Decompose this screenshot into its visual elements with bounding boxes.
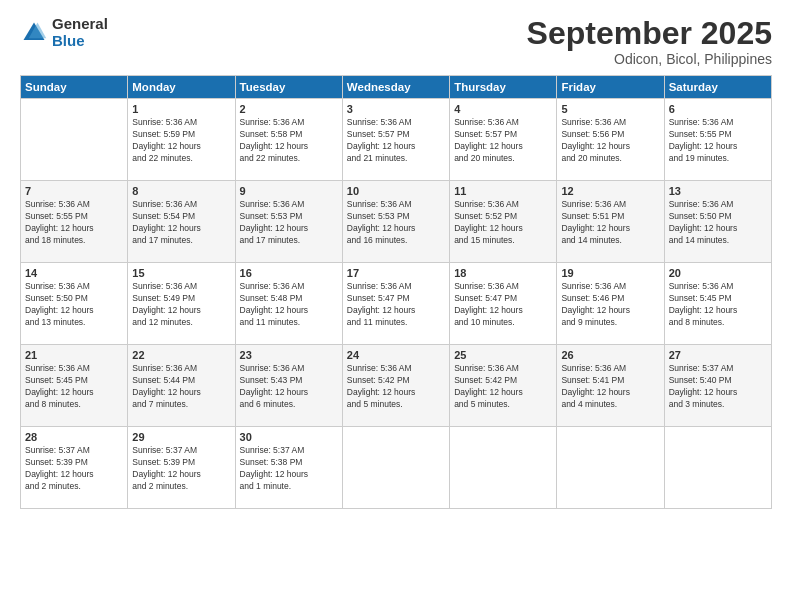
- calendar-cell: 7Sunrise: 5:36 AM Sunset: 5:55 PM Daylig…: [21, 181, 128, 263]
- day-number: 9: [240, 185, 338, 197]
- day-info: Sunrise: 5:37 AM Sunset: 5:38 PM Dayligh…: [240, 445, 338, 493]
- calendar-cell: 28Sunrise: 5:37 AM Sunset: 5:39 PM Dayli…: [21, 427, 128, 509]
- day-number: 6: [669, 103, 767, 115]
- calendar-cell: 22Sunrise: 5:36 AM Sunset: 5:44 PM Dayli…: [128, 345, 235, 427]
- col-friday: Friday: [557, 76, 664, 99]
- day-number: 20: [669, 267, 767, 279]
- day-info: Sunrise: 5:36 AM Sunset: 5:48 PM Dayligh…: [240, 281, 338, 329]
- day-info: Sunrise: 5:36 AM Sunset: 5:55 PM Dayligh…: [25, 199, 123, 247]
- calendar-cell: 27Sunrise: 5:37 AM Sunset: 5:40 PM Dayli…: [664, 345, 771, 427]
- location-subtitle: Odicon, Bicol, Philippines: [527, 51, 772, 67]
- calendar-cell: 24Sunrise: 5:36 AM Sunset: 5:42 PM Dayli…: [342, 345, 449, 427]
- calendar-cell: 20Sunrise: 5:36 AM Sunset: 5:45 PM Dayli…: [664, 263, 771, 345]
- day-number: 19: [561, 267, 659, 279]
- calendar-cell: [664, 427, 771, 509]
- calendar-cell: 9Sunrise: 5:36 AM Sunset: 5:53 PM Daylig…: [235, 181, 342, 263]
- day-info: Sunrise: 5:36 AM Sunset: 5:53 PM Dayligh…: [240, 199, 338, 247]
- calendar-cell: 3Sunrise: 5:36 AM Sunset: 5:57 PM Daylig…: [342, 99, 449, 181]
- col-sunday: Sunday: [21, 76, 128, 99]
- logo-icon: [20, 19, 48, 47]
- day-number: 26: [561, 349, 659, 361]
- calendar-cell: 11Sunrise: 5:36 AM Sunset: 5:52 PM Dayli…: [450, 181, 557, 263]
- calendar-cell: 17Sunrise: 5:36 AM Sunset: 5:47 PM Dayli…: [342, 263, 449, 345]
- day-info: Sunrise: 5:36 AM Sunset: 5:41 PM Dayligh…: [561, 363, 659, 411]
- day-info: Sunrise: 5:36 AM Sunset: 5:50 PM Dayligh…: [25, 281, 123, 329]
- day-number: 5: [561, 103, 659, 115]
- calendar-cell: 30Sunrise: 5:37 AM Sunset: 5:38 PM Dayli…: [235, 427, 342, 509]
- day-info: Sunrise: 5:36 AM Sunset: 5:57 PM Dayligh…: [347, 117, 445, 165]
- header: General Blue September 2025 Odicon, Bico…: [20, 16, 772, 67]
- calendar-week-2: 7Sunrise: 5:36 AM Sunset: 5:55 PM Daylig…: [21, 181, 772, 263]
- day-info: Sunrise: 5:36 AM Sunset: 5:44 PM Dayligh…: [132, 363, 230, 411]
- calendar-cell: 2Sunrise: 5:36 AM Sunset: 5:58 PM Daylig…: [235, 99, 342, 181]
- day-number: 12: [561, 185, 659, 197]
- day-number: 4: [454, 103, 552, 115]
- logo-blue-text: Blue: [52, 33, 108, 50]
- day-info: Sunrise: 5:37 AM Sunset: 5:40 PM Dayligh…: [669, 363, 767, 411]
- day-info: Sunrise: 5:36 AM Sunset: 5:47 PM Dayligh…: [454, 281, 552, 329]
- calendar-cell: 14Sunrise: 5:36 AM Sunset: 5:50 PM Dayli…: [21, 263, 128, 345]
- day-number: 2: [240, 103, 338, 115]
- col-monday: Monday: [128, 76, 235, 99]
- day-info: Sunrise: 5:36 AM Sunset: 5:45 PM Dayligh…: [25, 363, 123, 411]
- day-info: Sunrise: 5:36 AM Sunset: 5:43 PM Dayligh…: [240, 363, 338, 411]
- col-wednesday: Wednesday: [342, 76, 449, 99]
- day-number: 8: [132, 185, 230, 197]
- calendar-cell: 5Sunrise: 5:36 AM Sunset: 5:56 PM Daylig…: [557, 99, 664, 181]
- title-block: September 2025 Odicon, Bicol, Philippine…: [527, 16, 772, 67]
- day-number: 30: [240, 431, 338, 443]
- day-number: 17: [347, 267, 445, 279]
- calendar-cell: 25Sunrise: 5:36 AM Sunset: 5:42 PM Dayli…: [450, 345, 557, 427]
- day-info: Sunrise: 5:36 AM Sunset: 5:55 PM Dayligh…: [669, 117, 767, 165]
- calendar-cell: 12Sunrise: 5:36 AM Sunset: 5:51 PM Dayli…: [557, 181, 664, 263]
- calendar-cell: 19Sunrise: 5:36 AM Sunset: 5:46 PM Dayli…: [557, 263, 664, 345]
- logo-text: General Blue: [52, 16, 108, 49]
- calendar-cell: 21Sunrise: 5:36 AM Sunset: 5:45 PM Dayli…: [21, 345, 128, 427]
- day-info: Sunrise: 5:36 AM Sunset: 5:50 PM Dayligh…: [669, 199, 767, 247]
- day-info: Sunrise: 5:36 AM Sunset: 5:56 PM Dayligh…: [561, 117, 659, 165]
- calendar-cell: [450, 427, 557, 509]
- day-info: Sunrise: 5:36 AM Sunset: 5:51 PM Dayligh…: [561, 199, 659, 247]
- day-number: 7: [25, 185, 123, 197]
- day-number: 28: [25, 431, 123, 443]
- day-number: 1: [132, 103, 230, 115]
- calendar-cell: [342, 427, 449, 509]
- day-info: Sunrise: 5:36 AM Sunset: 5:53 PM Dayligh…: [347, 199, 445, 247]
- calendar-cell: 10Sunrise: 5:36 AM Sunset: 5:53 PM Dayli…: [342, 181, 449, 263]
- day-info: Sunrise: 5:36 AM Sunset: 5:42 PM Dayligh…: [454, 363, 552, 411]
- day-number: 24: [347, 349, 445, 361]
- calendar-cell: 29Sunrise: 5:37 AM Sunset: 5:39 PM Dayli…: [128, 427, 235, 509]
- calendar-week-3: 14Sunrise: 5:36 AM Sunset: 5:50 PM Dayli…: [21, 263, 772, 345]
- calendar-cell: 8Sunrise: 5:36 AM Sunset: 5:54 PM Daylig…: [128, 181, 235, 263]
- day-info: Sunrise: 5:36 AM Sunset: 5:54 PM Dayligh…: [132, 199, 230, 247]
- day-number: 22: [132, 349, 230, 361]
- day-info: Sunrise: 5:36 AM Sunset: 5:46 PM Dayligh…: [561, 281, 659, 329]
- calendar-cell: 15Sunrise: 5:36 AM Sunset: 5:49 PM Dayli…: [128, 263, 235, 345]
- page: General Blue September 2025 Odicon, Bico…: [0, 0, 792, 612]
- logo-general-text: General: [52, 16, 108, 33]
- calendar-week-4: 21Sunrise: 5:36 AM Sunset: 5:45 PM Dayli…: [21, 345, 772, 427]
- day-info: Sunrise: 5:36 AM Sunset: 5:47 PM Dayligh…: [347, 281, 445, 329]
- col-thursday: Thursday: [450, 76, 557, 99]
- calendar-cell: [21, 99, 128, 181]
- day-number: 16: [240, 267, 338, 279]
- calendar-cell: 1Sunrise: 5:36 AM Sunset: 5:59 PM Daylig…: [128, 99, 235, 181]
- day-number: 23: [240, 349, 338, 361]
- calendar-table: Sunday Monday Tuesday Wednesday Thursday…: [20, 75, 772, 509]
- calendar-cell: 16Sunrise: 5:36 AM Sunset: 5:48 PM Dayli…: [235, 263, 342, 345]
- calendar-cell: 13Sunrise: 5:36 AM Sunset: 5:50 PM Dayli…: [664, 181, 771, 263]
- day-info: Sunrise: 5:37 AM Sunset: 5:39 PM Dayligh…: [132, 445, 230, 493]
- day-info: Sunrise: 5:36 AM Sunset: 5:58 PM Dayligh…: [240, 117, 338, 165]
- day-info: Sunrise: 5:36 AM Sunset: 5:59 PM Dayligh…: [132, 117, 230, 165]
- day-info: Sunrise: 5:36 AM Sunset: 5:49 PM Dayligh…: [132, 281, 230, 329]
- col-tuesday: Tuesday: [235, 76, 342, 99]
- day-info: Sunrise: 5:37 AM Sunset: 5:39 PM Dayligh…: [25, 445, 123, 493]
- day-number: 10: [347, 185, 445, 197]
- day-number: 13: [669, 185, 767, 197]
- day-info: Sunrise: 5:36 AM Sunset: 5:52 PM Dayligh…: [454, 199, 552, 247]
- day-number: 27: [669, 349, 767, 361]
- day-number: 14: [25, 267, 123, 279]
- day-number: 18: [454, 267, 552, 279]
- calendar-cell: [557, 427, 664, 509]
- day-number: 11: [454, 185, 552, 197]
